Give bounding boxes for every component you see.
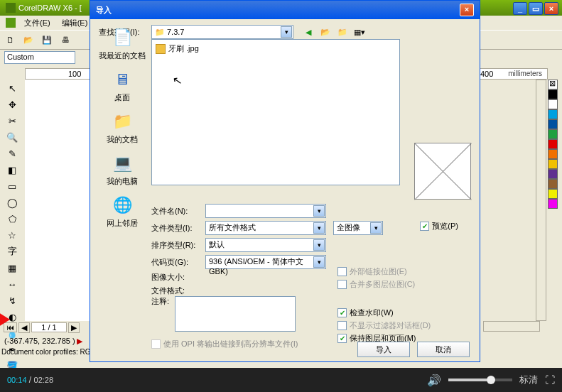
places-desktop[interactable]: 🖥 桌面: [97, 68, 147, 103]
pick-tool-icon[interactable]: ↖: [4, 80, 20, 96]
filter-dialog-checkbox[interactable]: [337, 321, 347, 330]
maximize-button[interactable]: ▭: [529, 2, 543, 15]
color-swatch[interactable]: [548, 129, 558, 139]
mydocs-icon: 📁: [111, 110, 134, 133]
dropdown-arrow-icon[interactable]: ▾: [370, 222, 382, 234]
quality-button[interactable]: 标清: [519, 374, 538, 386]
ruler-tick: 400: [480, 70, 493, 78]
page-next-button[interactable]: ▶: [68, 322, 80, 333]
color-profile-status: Document color profiles: RGB: s: [1, 348, 103, 356]
preview-thumbnail: [414, 143, 471, 200]
dropdown-arrow-icon[interactable]: ▾: [313, 222, 325, 234]
lookin-value: 7.3.7: [167, 28, 184, 36]
smartfill-tool-icon[interactable]: ◧: [4, 162, 20, 178]
folder-icon: 📁: [155, 28, 165, 37]
video-time: 00:14 / 02:28: [7, 375, 53, 385]
overlay-arrow-icon: [0, 312, 10, 327]
ellipse-tool-icon[interactable]: ◯: [4, 195, 20, 210]
file-list[interactable]: 牙刷 .jpg: [151, 39, 400, 185]
codepage-label: 代码页(G):: [151, 257, 202, 268]
back-icon[interactable]: ◀: [302, 26, 315, 38]
file-item[interactable]: 牙刷 .jpg: [155, 43, 396, 55]
filetype-combo[interactable]: 所有文件格式 ▾: [205, 221, 326, 235]
watermark-checkbox[interactable]: ✔: [337, 308, 347, 317]
freehand-tool-icon[interactable]: ✎: [4, 146, 20, 161]
crop-tool-icon[interactable]: ✂: [4, 113, 20, 129]
open-icon[interactable]: 📂: [21, 33, 36, 47]
basicshape-tool-icon[interactable]: ☆: [4, 227, 20, 243]
imagesize-label: 图像大小:: [151, 272, 202, 283]
ruler-units-label: millimeters: [508, 70, 542, 77]
scrollbar-horizontal[interactable]: [483, 321, 540, 332]
menu-edit[interactable]: 编辑(E): [59, 17, 91, 29]
save-icon[interactable]: 💾: [40, 33, 54, 47]
places-mycomputer[interactable]: 💻 我的电脑: [97, 152, 147, 187]
dialog-titlebar[interactable]: 导入 ×: [90, 1, 480, 19]
connector-tool-icon[interactable]: ↯: [4, 293, 20, 308]
app-title-text: CorelDRAW X6 - [: [18, 4, 82, 12]
places-bar: 📄 我最近的文档 🖥 桌面 📁 我的文档 💻 我的电脑 🌐 网上邻居: [97, 26, 147, 236]
scrollbar-vertical[interactable]: [536, 80, 546, 321]
new-doc-icon[interactable]: 🗋: [3, 33, 17, 47]
dropdown-arrow-icon[interactable]: ▾: [281, 26, 292, 38]
dimension-tool-icon[interactable]: ↔: [4, 276, 20, 292]
fullscreen-icon[interactable]: ⛶: [545, 374, 555, 386]
minimize-button[interactable]: _: [513, 2, 527, 15]
views-icon[interactable]: ▦▾: [353, 26, 366, 38]
fullimage-combo[interactable]: 全图像 ▾: [333, 221, 383, 235]
color-swatch[interactable]: [548, 89, 558, 99]
video-control-bar: 00:14 / 02:28 🔊 标清 ⛶: [0, 368, 562, 392]
dropdown-arrow-icon[interactable]: ▾: [313, 239, 325, 251]
volume-slider[interactable]: [448, 379, 512, 381]
new-folder-icon[interactable]: 📁: [336, 26, 349, 38]
volume-icon[interactable]: 🔊: [427, 374, 441, 387]
places-network[interactable]: 🌐 网上邻居: [97, 194, 147, 229]
color-swatch[interactable]: [548, 169, 558, 179]
recent-docs-icon: 📄: [111, 26, 134, 49]
notes-textarea[interactable]: [175, 296, 296, 332]
color-swatch[interactable]: [548, 189, 558, 199]
options-checkboxes: 外部链接位图(E) 合并多图层位图(C) ✔检查水印(W) 不显示过滤器对话框(…: [337, 266, 458, 346]
color-swatch[interactable]: [548, 109, 558, 119]
zoom-tool-icon[interactable]: 🔍: [4, 129, 20, 145]
color-swatch[interactable]: [548, 119, 558, 129]
ruler-tick: 100: [68, 70, 81, 78]
filetype-label: 文件类型(I):: [151, 223, 202, 234]
import-dialog: 导入 × 查找范围(I): 📁 7.3.7 ▾ ◀ 📂 📁 ▦▾ 📄 我最近的文…: [90, 0, 480, 362]
up-folder-icon[interactable]: 📂: [319, 26, 332, 38]
cursor-coordinates: (-367.475, 232.785 ) ▶: [4, 337, 82, 346]
dialog-close-button[interactable]: ×: [460, 4, 474, 16]
page-preset-combo[interactable]: Custom: [4, 51, 75, 64]
network-icon: 🌐: [111, 194, 134, 217]
places-mydocs[interactable]: 📁 我的文档: [97, 110, 147, 145]
image-file-icon: [156, 44, 166, 54]
codepage-combo[interactable]: 936 (ANSI/OEM - 简体中文 GBK) ▾: [205, 255, 326, 269]
sort-combo[interactable]: 默认 ▾: [205, 238, 326, 252]
color-swatch[interactable]: [548, 159, 558, 169]
text-tool-icon[interactable]: 字: [4, 244, 20, 259]
dropdown-arrow-icon[interactable]: ▾: [313, 205, 325, 217]
opi-label: 使用 OPI 将输出链接到高分辨率文件(I): [163, 339, 298, 349]
menu-logo-icon: [6, 18, 16, 28]
color-swatch[interactable]: [548, 139, 558, 149]
color-swatch[interactable]: [548, 199, 558, 209]
color-swatch[interactable]: [548, 149, 558, 159]
import-button[interactable]: 导入: [357, 342, 410, 357]
polygon-tool-icon[interactable]: ⬠: [4, 211, 20, 227]
rectangle-tool-icon[interactable]: ▭: [4, 178, 20, 194]
menu-file[interactable]: 文件(E): [21, 17, 53, 29]
dropdown-arrow-icon[interactable]: ▾: [313, 256, 325, 268]
color-swatch[interactable]: [548, 179, 558, 189]
places-recent[interactable]: 📄 我最近的文档: [97, 26, 147, 61]
color-swatch[interactable]: [548, 99, 558, 109]
print-icon[interactable]: 🖶: [58, 33, 72, 47]
page-prev-button[interactable]: ◀: [18, 322, 30, 333]
no-color-swatch[interactable]: ⊠: [548, 80, 558, 89]
lookin-combo[interactable]: 📁 7.3.7 ▾: [151, 25, 293, 39]
keep-layers-checkbox[interactable]: ✔: [337, 334, 347, 343]
filename-combo[interactable]: ▾: [205, 204, 326, 218]
table-tool-icon[interactable]: ▦: [4, 260, 20, 276]
cancel-button[interactable]: 取消: [417, 342, 470, 357]
close-button[interactable]: ×: [544, 2, 558, 15]
shape-tool-icon[interactable]: ✥: [4, 97, 20, 112]
